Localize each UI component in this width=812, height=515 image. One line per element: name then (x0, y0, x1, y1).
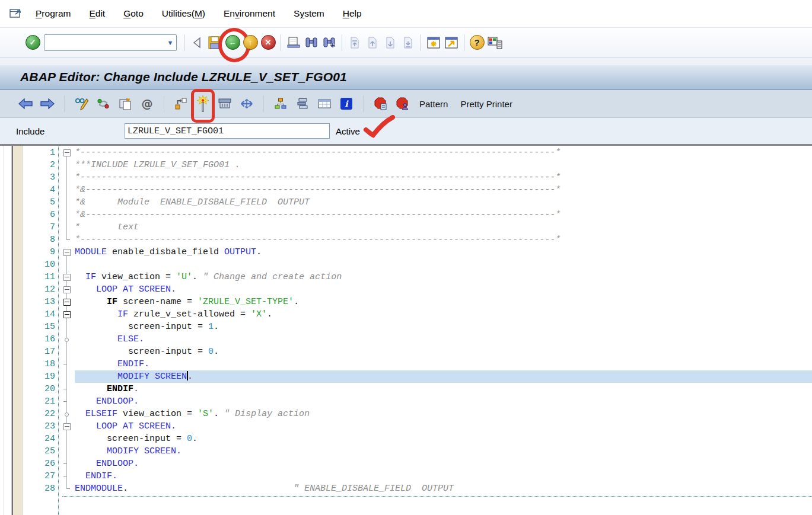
fold-marker-start1[interactable] (59, 246, 75, 258)
check-icon[interactable]: @ (138, 94, 156, 114)
line-number: 5 (23, 196, 55, 209)
line-number: 12 (23, 283, 55, 296)
last-page-icon[interactable] (399, 33, 417, 53)
line-number: 17 (23, 346, 55, 358)
line-number: 22 (23, 408, 55, 420)
help-icon[interactable]: ? (468, 33, 486, 53)
page-up-icon[interactable] (364, 33, 381, 53)
back-triangle-icon[interactable] (188, 33, 206, 53)
code-line[interactable]: IF zrule_v_set-allowed = 'X'. (75, 308, 812, 321)
save-icon[interactable] (206, 33, 224, 53)
menu-item-help[interactable]: Help (343, 8, 362, 19)
navigate-icon[interactable] (238, 94, 256, 114)
exit-icon[interactable]: ↑ (241, 33, 259, 53)
code-editor[interactable]: 1234567891011121314151617181920212223242… (0, 144, 812, 515)
fold-marker-start[interactable] (59, 283, 75, 296)
back-icon[interactable]: ← (224, 33, 241, 53)
pretty-printer-button[interactable]: Pretty Printer (456, 99, 517, 109)
code-line[interactable]: *---------------------------------------… (75, 146, 812, 159)
code-line-selected[interactable]: MODIFY SCREEN. (75, 370, 812, 383)
find-icon[interactable] (302, 33, 320, 53)
code-line[interactable]: *---------------------------------------… (75, 233, 812, 246)
breakpoint-margin[interactable] (12, 146, 23, 515)
include-label: Include (16, 126, 125, 136)
toolbar-separator (421, 34, 421, 51)
test-icon[interactable] (216, 94, 234, 114)
activate-icon[interactable] (194, 94, 212, 114)
code-line[interactable]: screen-input = 0. (75, 433, 812, 445)
code-line[interactable]: ENDIF. (75, 383, 812, 395)
find-next-icon[interactable] (320, 33, 338, 53)
customize-layout-icon[interactable] (486, 33, 504, 53)
fold-marker-line (59, 159, 75, 171)
watchpoint-icon[interactable] (393, 94, 411, 114)
line-number: 14 (23, 308, 55, 321)
create-shortcut-icon[interactable] (442, 33, 460, 53)
fold-marker-start1[interactable] (59, 146, 75, 159)
code-line[interactable]: *& Module ENABLE_DISBALE_FIELD OUTPUT (75, 196, 812, 209)
code-line[interactable]: screen-input = 0. (75, 346, 812, 358)
fold-marker-startdark[interactable] (59, 296, 75, 308)
menu-item-system[interactable]: System (294, 8, 324, 19)
line-number: 24 (23, 433, 55, 445)
menu-item-program[interactable]: Program (36, 8, 71, 19)
menu-item-utilitiesm[interactable]: Utilities(M) (162, 8, 205, 19)
code-line[interactable] (75, 258, 812, 271)
fold-marker-start[interactable] (59, 420, 75, 433)
code-line[interactable]: ***INCLUDE LZRULE_V_SET_FGO01 . (75, 159, 812, 171)
code-line[interactable]: * text (75, 221, 812, 233)
code-line[interactable]: *&--------------------------------------… (75, 209, 812, 221)
code-line[interactable]: ENDIF. (75, 470, 812, 482)
new-session-icon[interactable] (425, 33, 442, 53)
code-line[interactable]: MODIFY SCREEN. (75, 445, 812, 458)
code-line[interactable]: LOOP AT SCREEN. (75, 283, 812, 296)
fold-marker-startdark[interactable] (59, 308, 75, 321)
code-line[interactable]: *---------------------------------------… (75, 171, 812, 184)
code-line[interactable]: ELSEIF view_action = 'S'. " Display acti… (75, 408, 812, 420)
pattern-button[interactable]: Pattern (415, 99, 452, 109)
code-line[interactable]: IF view_action = 'U'. " Change and creat… (75, 271, 812, 283)
fold-margin[interactable] (59, 146, 75, 515)
where-used-icon[interactable] (172, 94, 190, 114)
copy-icon[interactable] (116, 94, 134, 114)
fold-marker-start[interactable] (59, 271, 75, 283)
fold-marker-branch (59, 333, 75, 346)
menu-item-goto[interactable]: Goto (123, 8, 144, 19)
code-line[interactable]: screen-input = 1. (75, 321, 812, 333)
object-list-icon[interactable] (272, 94, 289, 114)
code-line[interactable]: IF screen-name = 'ZRULE_V_SET-TYPE'. (75, 296, 812, 308)
code-line[interactable]: ENDMODULE. " ENABLE_DISBALE_FIELD OUTPUT (75, 482, 812, 495)
code-line[interactable]: MODULE enable_disbale_field OUTPUT. (75, 246, 812, 258)
line-number: 16 (23, 333, 55, 346)
navigation-stack-icon[interactable] (294, 94, 311, 114)
toolbar-separator (263, 95, 264, 112)
display-change-icon[interactable] (72, 94, 90, 114)
enter-icon[interactable]: ✓ (24, 33, 42, 53)
page-down-icon[interactable] (381, 33, 399, 53)
info-icon[interactable]: i (337, 94, 355, 114)
command-field[interactable]: ▼ (44, 34, 177, 51)
breakpoint-icon[interactable] (371, 94, 389, 114)
code-line[interactable]: ENDLOOP. (75, 458, 812, 470)
refresh-icon[interactable] (94, 94, 112, 114)
nav-back-icon[interactable] (17, 94, 34, 114)
code-line[interactable]: *&--------------------------------------… (75, 184, 812, 196)
menu-item-environment[interactable]: Environment (224, 8, 275, 19)
cancel-icon[interactable]: ✕ (259, 33, 277, 53)
command-input[interactable] (47, 36, 164, 49)
print-icon[interactable] (285, 33, 302, 53)
code-line[interactable]: ENDLOOP. (75, 395, 812, 408)
line-number: 1 (23, 146, 55, 159)
command-dropdown-icon[interactable]: ▼ (164, 39, 176, 46)
fold-marker-line (59, 433, 75, 445)
code-area[interactable]: *---------------------------------------… (75, 146, 812, 515)
table-icon[interactable] (316, 94, 333, 114)
code-line[interactable]: LOOP AT SCREEN. (75, 420, 812, 433)
nav-forward-icon[interactable] (39, 94, 56, 114)
first-page-icon[interactable] (346, 33, 364, 53)
window-menu-icon[interactable] (8, 6, 24, 21)
menu-item-edit[interactable]: Edit (89, 8, 105, 19)
code-line[interactable]: ELSE. (75, 333, 812, 346)
code-line[interactable]: ENDIF. (75, 358, 812, 370)
include-field[interactable] (125, 123, 330, 139)
